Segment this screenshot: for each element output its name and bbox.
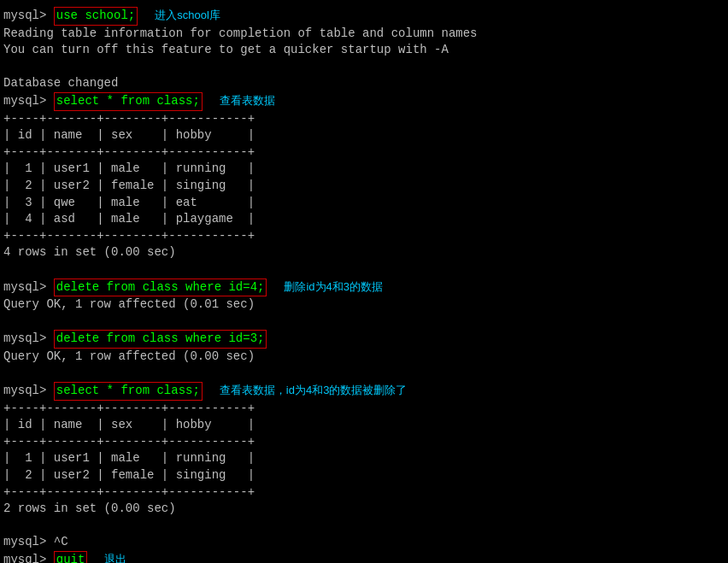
table2-row-2: | 2 | user2 | female | singing | — [3, 467, 725, 484]
output-query-ok-1: Query OK, 1 row affected (0.01 sec) — [3, 296, 725, 314]
blank-4 — [3, 365, 725, 382]
table-row-4: | 4 | asd | male | playgame | — [3, 211, 725, 228]
table-border-1: +----+-------+--------+-----------+ — [3, 111, 725, 128]
cmd-delete-3: delete from class where id=3; — [54, 330, 267, 349]
prompt-3: mysql> — [3, 279, 54, 296]
line-quit: mysql> quit退出 — [3, 551, 725, 563]
output-query-ok-2: Query OK, 1 row affected (0.00 sec) — [3, 349, 725, 366]
line-delete-3: mysql> delete from class where id=3; — [3, 330, 725, 349]
cmd-use-school: use school; — [54, 7, 138, 26]
prompt-7: mysql> — [3, 552, 54, 563]
prompt-5: mysql> — [3, 383, 54, 400]
cmd-ctrl-c: ^C — [54, 534, 68, 551]
table2-border-3: +----+-------+--------+-----------+ — [3, 484, 725, 501]
prompt-1: mysql> — [3, 8, 54, 25]
table-header: | id | name | sex | hobby | — [3, 127, 725, 144]
comment-select-2: 查看表数据，id为4和3的数据被删除了 — [220, 383, 408, 398]
terminal-window: mysql> use school;进入school库 Reading tabl… — [0, 0, 728, 563]
line-ctrl-c: mysql> ^C — [3, 534, 725, 551]
output-db-changed: Database changed — [3, 75, 725, 92]
table-row-2: | 2 | user2 | female | singing | — [3, 178, 725, 195]
table2-border-2: +----+-------+--------+-----------+ — [3, 434, 725, 451]
table2-row-1: | 1 | user1 | male | running | — [3, 450, 725, 467]
table-border-3: +----+-------+--------+-----------+ — [3, 228, 725, 245]
comment-select-1: 查看表数据 — [220, 93, 275, 108]
output-4rows: 4 rows in set (0.00 sec) — [3, 244, 725, 261]
comment-quit: 退出 — [104, 552, 126, 563]
cmd-select-2: select * from class; — [54, 382, 203, 401]
cmd-select-1: select * from class; — [54, 92, 203, 111]
line-use-school: mysql> use school;进入school库 — [3, 7, 725, 26]
table-row-1: | 1 | user1 | male | running | — [3, 161, 725, 178]
comment-use-school: 进入school库 — [155, 8, 220, 23]
blank-3 — [3, 314, 725, 331]
line-delete-4: mysql> delete from class where id=4;删除id… — [3, 279, 725, 297]
cmd-delete-4: delete from class where id=4; — [54, 279, 267, 297]
prompt-4: mysql> — [3, 331, 54, 348]
prompt-2: mysql> — [3, 93, 54, 110]
line-select-1: mysql> select * from class;查看表数据 — [3, 92, 725, 111]
prompt-6: mysql> — [3, 534, 54, 551]
cmd-quit: quit — [54, 551, 88, 563]
table-row-3: | 3 | qwe | male | eat | — [3, 195, 725, 212]
output-reading: Reading table information for completion… — [3, 26, 725, 43]
table2-header: | id | name | sex | hobby | — [3, 417, 725, 434]
table2-border-1: +----+-------+--------+-----------+ — [3, 401, 725, 418]
comment-delete-4: 删除id为4和3的数据 — [284, 279, 383, 295]
blank-1 — [3, 59, 725, 76]
output-you-can: You can turn off this feature to get a q… — [3, 42, 725, 59]
blank-5 — [3, 518, 725, 535]
output-2rows: 2 rows in set (0.00 sec) — [3, 501, 725, 518]
table-border-2: +----+-------+--------+-----------+ — [3, 144, 725, 161]
line-select-2: mysql> select * from class;查看表数据，id为4和3的… — [3, 382, 725, 401]
blank-2 — [3, 261, 725, 279]
